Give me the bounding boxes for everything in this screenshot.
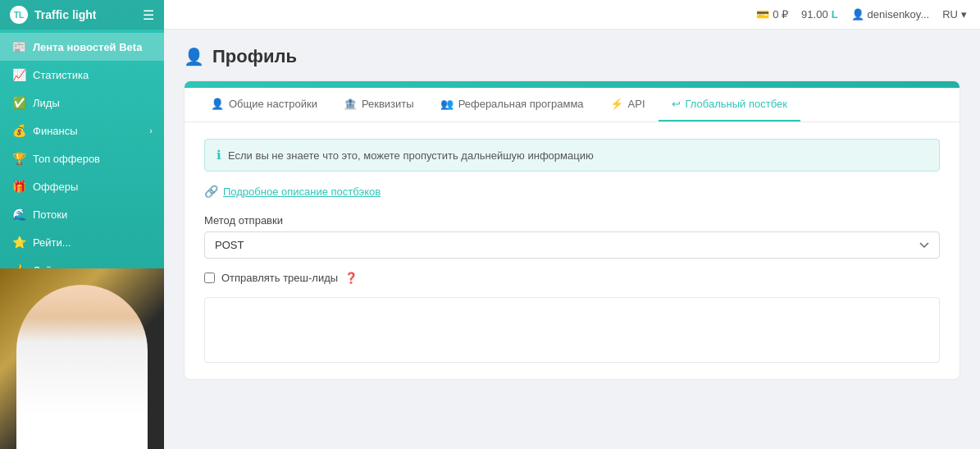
info-icon: ℹ: [217, 148, 221, 163]
profile-tabs: 👤 Общие настройки 🏦 Реквизиты 👥 Рефераль…: [185, 88, 959, 122]
username: denisenkoy...: [868, 8, 930, 21]
card-accent-bar: [185, 81, 959, 88]
sidebar-item-rating[interactable]: ⭐ Рейти...: [0, 228, 164, 256]
page-title: Профиль: [212, 46, 297, 67]
link-icon: 🔗: [204, 185, 218, 198]
tab-referral[interactable]: 👥 Реферальная программа: [427, 88, 597, 121]
streams-icon: 🌊: [11, 208, 26, 221]
language-selector[interactable]: RU ▾: [942, 8, 967, 21]
user-icon: 👤: [851, 8, 864, 21]
page-title-row: 👤 Профиль: [184, 46, 960, 67]
trash-leads-checkbox[interactable]: [204, 273, 215, 283]
stats-icon: 📈: [11, 68, 26, 81]
tab-general-label: Общие настройки: [229, 98, 317, 110]
sidebar-item-leads[interactable]: ✅ Лиды: [0, 89, 164, 117]
api-tab-icon: ⚡: [610, 98, 623, 110]
page-content: 👤 Профиль 👤 Общие настройки 🏦 Реквизиты …: [164, 30, 980, 449]
sidebar-header: TL Traffic light ☰: [0, 0, 164, 30]
balance-display: 💳 0 ₽: [756, 8, 788, 21]
tab-requisites-label: Реквизиты: [362, 98, 414, 110]
sidebar-item-label: Потоки: [33, 208, 67, 221]
offers-icon: 🎁: [11, 180, 26, 193]
sidebar-item-streams[interactable]: 🌊 Потоки: [0, 200, 164, 228]
chevron-down-icon: ▾: [961, 8, 967, 21]
tab-referral-label: Реферальная программа: [458, 98, 584, 110]
top-offers-icon: 🏆: [11, 152, 26, 165]
main-area: 💳 0 ₽ 91.00 L 👤 denisenkoy... RU ▾ 👤 Про…: [164, 0, 980, 449]
trash-leads-label[interactable]: Отправлять треш-лиды: [221, 272, 338, 284]
postback-tab-content: ℹ Если вы не знаете что это, можете проп…: [185, 122, 959, 379]
page-title-icon: 👤: [184, 47, 204, 66]
trash-leads-row: Отправлять треш-лиды ❓: [204, 272, 940, 284]
hamburger-icon[interactable]: ☰: [143, 7, 154, 23]
postback-tab-icon: ↩: [672, 98, 681, 110]
referral-tab-icon: 👥: [440, 98, 454, 110]
postback-description-link[interactable]: Подробное описание постбэков: [223, 186, 381, 198]
sidebar-item-label: Статистика: [33, 69, 89, 81]
sidebar-item-label: Рейти...: [33, 236, 71, 249]
help-icon[interactable]: ❓: [344, 272, 358, 284]
sidebar-item-top-offers[interactable]: 🏆 Топ офферов: [0, 144, 164, 172]
person-silhouette: [16, 285, 148, 449]
user-display[interactable]: 👤 denisenkoy...: [851, 8, 930, 21]
chevron-right-icon: ›: [149, 126, 153, 135]
general-tab-icon: 👤: [211, 98, 224, 110]
method-select[interactable]: GET POST PUT: [204, 231, 940, 259]
sidebar-item-offers[interactable]: 🎁 Офферы: [0, 172, 164, 200]
video-content: [0, 268, 164, 449]
balance-value: 0 ₽: [773, 8, 788, 21]
points-value: 91.00: [801, 8, 828, 21]
rating-icon: ⭐: [11, 236, 26, 249]
sidebar-item-label: Финансы: [33, 125, 78, 137]
news-icon: 📰: [11, 40, 26, 53]
points-display: 91.00 L: [801, 8, 838, 21]
profile-card: 👤 Общие настройки 🏦 Реквизиты 👥 Рефераль…: [184, 80, 960, 380]
link-row: 🔗 Подробное описание постбэков: [204, 185, 940, 198]
sidebar-item-news[interactable]: 📰 Лента новостей Beta: [0, 33, 164, 61]
method-form-group: Метод отправки GET POST PUT: [204, 214, 940, 259]
info-bar: ℹ Если вы не знаете что это, можете проп…: [204, 139, 940, 172]
tab-general[interactable]: 👤 Общие настройки: [198, 88, 330, 121]
app-title: Traffic light: [34, 8, 136, 21]
url-input-area: [204, 297, 940, 363]
requisites-tab-icon: 🏦: [344, 98, 357, 110]
leads-icon: ✅: [11, 96, 26, 109]
points-icon: L: [832, 8, 838, 21]
sidebar: TL Traffic light ☰ 📰 Лента новостей Beta…: [0, 0, 164, 449]
sidebar-item-label: Офферы: [33, 181, 78, 193]
method-label: Метод отправки: [204, 214, 940, 227]
sidebar-item-label: Лиды: [33, 97, 60, 109]
tab-postback-label: Глобальный постбек: [686, 98, 787, 110]
lang-value: RU: [942, 8, 958, 21]
tab-api-label: API: [628, 98, 645, 110]
video-overlay: [0, 268, 164, 449]
sidebar-item-finance[interactable]: 💰 Финансы ›: [0, 117, 164, 144]
tab-api[interactable]: ⚡ API: [597, 88, 659, 121]
card-icon: 💳: [756, 8, 769, 21]
sidebar-item-label: Топ офферов: [33, 153, 100, 165]
info-text: Если вы не знаете что это, можете пропус…: [228, 149, 594, 162]
topbar: 💳 0 ₽ 91.00 L 👤 denisenkoy... RU ▾: [164, 0, 980, 30]
finance-icon: 💰: [11, 124, 26, 137]
tab-requisites[interactable]: 🏦 Реквизиты: [330, 88, 427, 121]
tab-postback[interactable]: ↩ Глобальный постбек: [659, 88, 800, 121]
sidebar-item-label: Лента новостей Beta: [33, 41, 142, 53]
sidebar-item-stats[interactable]: 📈 Статистика: [0, 61, 164, 89]
app-logo: TL: [10, 6, 28, 24]
